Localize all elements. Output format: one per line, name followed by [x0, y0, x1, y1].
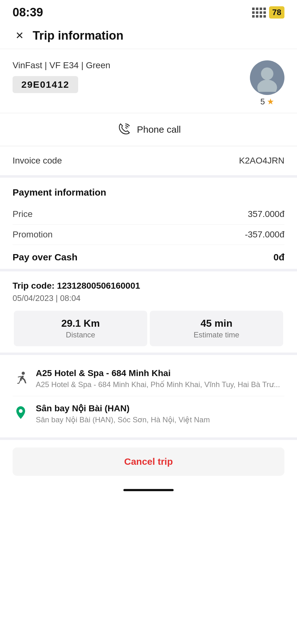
svg-point-3 — [19, 409, 23, 413]
invoice-value: K2AO4JRN — [239, 156, 284, 166]
payment-section: Payment information Price 357.000đ Promo… — [0, 175, 297, 269]
estimate-time-label: Estimate time — [156, 330, 277, 339]
trip-code-section: Trip code: 12312800506160001 05/04/2023 … — [0, 269, 297, 353]
driver-avatar — [250, 60, 284, 95]
phone-call-section[interactable]: Phone call — [0, 113, 297, 146]
phone-icon — [116, 122, 131, 137]
svg-point-2 — [22, 372, 25, 375]
home-indicator — [0, 483, 297, 494]
location-section: A25 Hotel & Spa - 684 Minh Khai A25 Hote… — [0, 353, 297, 437]
pay-total-label: Pay over Cash — [13, 252, 78, 263]
rating-value: 5 — [260, 97, 265, 107]
trip-code-prefix: Trip code: — [13, 281, 57, 291]
dropoff-icon — [13, 404, 29, 421]
driver-car-model: VinFast | VF E34 | Green — [13, 60, 250, 70]
avatar-silhouette — [250, 60, 284, 95]
signal-icon — [252, 8, 266, 18]
distance-label: Distance — [20, 330, 141, 339]
battery-indicator: 78 — [269, 6, 284, 19]
home-bar — [123, 489, 174, 491]
dropoff-svg — [13, 405, 28, 420]
price-value: 357.000đ — [248, 209, 284, 219]
cancel-section: Cancel trip — [0, 437, 297, 483]
status-time: 08:39 — [13, 6, 43, 19]
invoice-section: Invoice code K2AO4JRN — [0, 146, 297, 175]
estimate-time-value: 45 min — [156, 318, 277, 329]
payment-title: Payment information — [13, 187, 284, 198]
driver-card: VinFast | VF E34 | Green 29E01412 5 ★ — [0, 49, 297, 113]
promotion-label: Promotion — [13, 230, 53, 240]
driver-avatar-block: 5 ★ — [250, 60, 284, 107]
pay-total-value: 0đ — [273, 252, 284, 263]
driver-info: VinFast | VF E34 | Green 29E01412 — [13, 60, 250, 93]
pickup-svg — [13, 370, 28, 385]
pickup-text: A25 Hotel & Spa - 684 Minh Khai A25 Hote… — [36, 368, 284, 389]
price-row: Price 357.000đ — [13, 204, 284, 225]
pickup-icon — [13, 369, 29, 386]
license-plate: 29E01412 — [13, 76, 78, 93]
trip-stats-row: 29.1 Km Distance 45 min Estimate time — [13, 311, 284, 346]
trip-datetime: 05/04/2023 | 08:04 — [13, 293, 284, 303]
status-right: 78 — [252, 6, 284, 19]
promotion-row: Promotion -357.000đ — [13, 225, 284, 245]
status-bar: 08:39 78 — [0, 0, 297, 22]
pickup-address: A25 Hotel & Spa - 684 Minh Khai, Phố Min… — [36, 380, 284, 389]
phone-call-label: Phone call — [137, 124, 181, 135]
pay-total-row: Pay over Cash 0đ — [13, 245, 284, 266]
trip-code: Trip code: 12312800506160001 — [13, 281, 284, 291]
dropoff-text: Sân bay Nội Bài (HAN) Sân bay Nội Bài (H… — [36, 403, 284, 424]
distance-card: 29.1 Km Distance — [14, 311, 147, 346]
distance-value: 29.1 Km — [20, 318, 141, 329]
estimate-time-card: 45 min Estimate time — [150, 311, 283, 346]
svg-point-1 — [257, 80, 277, 92]
pickup-row: A25 Hotel & Spa - 684 Minh Khai A25 Hote… — [13, 361, 284, 396]
page-title: Trip information — [33, 29, 123, 42]
close-icon: ✕ — [15, 30, 24, 42]
driver-rating: 5 ★ — [260, 97, 274, 107]
trip-code-value: 12312800506160001 — [57, 281, 140, 291]
dropoff-row: Sân bay Nội Bài (HAN) Sân bay Nội Bài (H… — [13, 396, 284, 431]
close-button[interactable]: ✕ — [13, 29, 26, 42]
svg-point-0 — [261, 68, 273, 80]
price-label: Price — [13, 209, 33, 219]
dropoff-name: Sân bay Nội Bài (HAN) — [36, 403, 284, 414]
star-icon: ★ — [267, 97, 274, 107]
dropoff-address: Sân bay Nội Bài (HAN), Sóc Sơn, Hà Nội, … — [36, 415, 284, 424]
phone-svg — [116, 122, 131, 137]
pickup-name: A25 Hotel & Spa - 684 Minh Khai — [36, 368, 284, 378]
invoice-label: Invoice code — [13, 156, 62, 166]
cancel-trip-button[interactable]: Cancel trip — [13, 447, 284, 476]
page-header: ✕ Trip information — [0, 22, 297, 49]
promotion-value: -357.000đ — [245, 230, 284, 240]
